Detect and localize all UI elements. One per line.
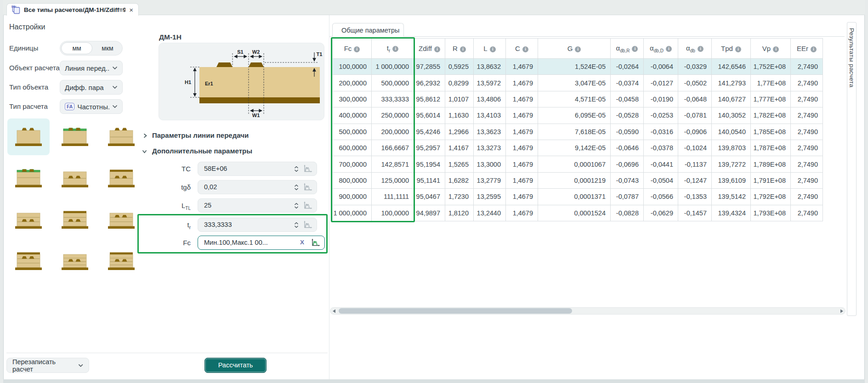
table-cell[interactable]: -0,0441 bbox=[644, 156, 678, 172]
stackup-thumbnail-embedded-pair-2layer[interactable] bbox=[54, 160, 96, 197]
table-cell[interactable]: 2,7490 bbox=[791, 140, 823, 156]
table-cell[interactable]: 1,789E+08 bbox=[751, 156, 791, 172]
table-cell[interactable]: 94,9897 bbox=[414, 205, 445, 221]
table-cell[interactable]: 1,4679 bbox=[506, 189, 538, 205]
table-row[interactable]: 500,0000200,000095,42461,296613,36231,46… bbox=[333, 124, 823, 140]
table-cell[interactable]: 200,0000 bbox=[372, 124, 414, 140]
stepper-control[interactable] bbox=[294, 165, 299, 175]
param-value[interactable]: 333,3333 bbox=[204, 221, 232, 228]
table-cell[interactable]: -0,0316 bbox=[644, 124, 678, 140]
table-cell[interactable]: 0,0001371 bbox=[538, 189, 611, 205]
table-row[interactable]: 800,0000125,000095,11411,628213,27791,46… bbox=[333, 172, 823, 188]
param-field-3[interactable]: 333,3333 bbox=[198, 218, 317, 232]
stackup-thumbnail-microstrip-pair-2layer[interactable] bbox=[100, 118, 142, 155]
stackup-thumbnail-microstrip-pair[interactable] bbox=[7, 118, 50, 155]
table-cell[interactable]: 1,792E+08 bbox=[751, 189, 791, 205]
stackup-thumbnail-embedded-pair-3layer-high[interactable] bbox=[100, 201, 142, 238]
table-cell[interactable]: 1,524E-05 bbox=[538, 59, 611, 75]
table-cell[interactable]: -0,0906 bbox=[678, 124, 712, 140]
table-row[interactable]: 1 000,0000100,000094,98971,812013,24401,… bbox=[333, 205, 823, 221]
info-icon[interactable]: i bbox=[392, 46, 398, 52]
table-cell[interactable]: 1 000,0000 bbox=[372, 59, 414, 75]
stackup-thumbnail-embedded-pair-4layer[interactable] bbox=[54, 242, 96, 279]
table-row[interactable]: 200,0000500,000096,29320,829913,59721,46… bbox=[333, 75, 823, 91]
table-row[interactable]: 700,0000142,857195,19541,526513,30001,46… bbox=[333, 156, 823, 172]
clear-icon[interactable]: X bbox=[300, 239, 304, 246]
table-cell[interactable]: -0,0253 bbox=[644, 107, 678, 124]
table-cell[interactable]: 141,2793 bbox=[712, 75, 751, 91]
table-cell[interactable]: 166,6667 bbox=[372, 140, 414, 156]
table-cell[interactable]: 13,2440 bbox=[474, 205, 506, 221]
plot-distribution-icon[interactable] bbox=[303, 164, 312, 175]
table-cell[interactable]: 1,8120 bbox=[445, 205, 474, 221]
table-cell[interactable]: -0,0502 bbox=[678, 75, 712, 91]
table-cell[interactable]: 142,6546 bbox=[712, 59, 751, 75]
stackup-thumbnail-embedded-pair-3layer-low[interactable] bbox=[7, 201, 50, 238]
table-cell[interactable]: -0,0828 bbox=[611, 205, 644, 221]
table-cell[interactable]: 2,7490 bbox=[791, 189, 823, 205]
table-cell[interactable]: 139,5142 bbox=[712, 189, 751, 205]
table-cell[interactable]: -0,0648 bbox=[678, 91, 712, 107]
table-cell[interactable]: 125,0000 bbox=[372, 172, 414, 188]
stackup-thumbnail-stripline-pair-2layer[interactable] bbox=[100, 160, 142, 197]
table-cell[interactable]: -0,0528 bbox=[611, 107, 644, 124]
stackup-thumbnail-coated-microstrip-pair[interactable] bbox=[54, 118, 96, 155]
table-cell[interactable]: 900,0000 bbox=[333, 189, 372, 205]
table-cell[interactable]: 1,4679 bbox=[506, 140, 538, 156]
info-icon[interactable]: i bbox=[490, 46, 496, 52]
table-cell[interactable]: 1,0107 bbox=[445, 91, 474, 107]
table-cell[interactable]: 1,2966 bbox=[445, 124, 474, 140]
section-transmission-line-params[interactable]: Параметры линии передачи bbox=[152, 131, 249, 139]
table-cell[interactable]: -0,0378 bbox=[644, 140, 678, 156]
table-cell[interactable]: -0,0127 bbox=[644, 75, 678, 91]
stepper-control[interactable] bbox=[294, 184, 299, 193]
table-cell[interactable]: 1,4679 bbox=[506, 205, 538, 221]
units-toggle[interactable]: мм мкм bbox=[60, 41, 123, 56]
table-cell[interactable]: 500,0000 bbox=[333, 124, 372, 140]
param-field-2[interactable]: 25 bbox=[198, 198, 317, 213]
table-cell[interactable]: 1,777E+08 bbox=[751, 91, 791, 107]
table-cell[interactable]: 13,4103 bbox=[474, 107, 506, 124]
calculate-button[interactable]: Рассчитать bbox=[204, 358, 267, 373]
calculation-tab[interactable]: FA Все типы расчетов/ДМ-1Н/Zdiff=97,2...… bbox=[6, 3, 139, 16]
table-cell[interactable]: -0,0374 bbox=[611, 75, 644, 91]
param-value[interactable]: 25 bbox=[204, 202, 211, 209]
plot-distribution-icon[interactable] bbox=[303, 220, 312, 231]
info-icon[interactable]: i bbox=[434, 46, 440, 52]
scroll-left-arrow-icon[interactable] bbox=[332, 309, 336, 313]
table-cell[interactable]: 1,4167 bbox=[445, 140, 474, 156]
table-cell[interactable]: -0,0566 bbox=[644, 189, 678, 205]
table-cell[interactable]: 0,0001067 bbox=[538, 156, 611, 172]
table-cell[interactable]: 13,3000 bbox=[474, 156, 506, 172]
results-side-tab[interactable]: Результаты расчета bbox=[847, 22, 857, 316]
table-cell[interactable]: 13,3623 bbox=[474, 124, 506, 140]
table-cell[interactable]: 2,7490 bbox=[791, 205, 823, 221]
info-icon[interactable]: i bbox=[460, 46, 466, 52]
table-cell[interactable]: 95,1141 bbox=[414, 172, 445, 188]
info-icon[interactable]: i bbox=[811, 46, 817, 52]
table-cell[interactable]: 600,0000 bbox=[333, 140, 372, 156]
table-cell[interactable]: 140,3052 bbox=[712, 107, 751, 124]
plot-distribution-icon[interactable] bbox=[303, 201, 312, 212]
table-cell[interactable]: 1,77E+08 bbox=[751, 75, 791, 91]
info-icon[interactable]: i bbox=[575, 46, 581, 52]
chevron-down-icon[interactable] bbox=[142, 148, 148, 156]
table-cell[interactable]: 2,7490 bbox=[791, 172, 823, 188]
stackup-thumbnail-stripline-pair-4layer[interactable] bbox=[100, 242, 142, 279]
info-icon[interactable]: i bbox=[735, 46, 741, 52]
param-value[interactable]: Мин.100,Макс.1 00... bbox=[204, 239, 268, 246]
rewrite-calculation-select[interactable]: Перезаписать расчет bbox=[6, 358, 89, 373]
stackup-thumbnail-coated-microstrip-pair-2layer[interactable] bbox=[7, 160, 50, 197]
calc-type-select[interactable]: FA Частотны... bbox=[60, 99, 123, 114]
table-cell[interactable]: 13,8632 bbox=[474, 59, 506, 75]
table-cell[interactable]: 139,7272 bbox=[712, 156, 751, 172]
table-cell[interactable]: 142,8571 bbox=[372, 156, 414, 172]
table-cell[interactable]: 2,7490 bbox=[791, 91, 823, 107]
table-cell[interactable]: -0,1353 bbox=[678, 189, 712, 205]
table-cell[interactable]: 0,0001524 bbox=[538, 205, 611, 221]
table-cell[interactable]: 500,0000 bbox=[372, 75, 414, 91]
table-cell[interactable]: 1,6282 bbox=[445, 172, 474, 188]
table-cell[interactable]: 1,785E+08 bbox=[751, 124, 791, 140]
table-cell[interactable]: 700,0000 bbox=[333, 156, 372, 172]
table-cell[interactable]: -0,0781 bbox=[678, 107, 712, 124]
